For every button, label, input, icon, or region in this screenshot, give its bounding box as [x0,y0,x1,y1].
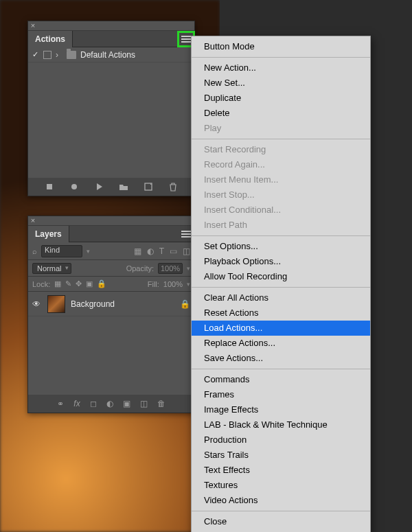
lock-all-icon[interactable]: 🔒 [97,279,106,288]
trash-icon[interactable] [168,182,178,192]
menu-item[interactable]: Video Actions [192,493,370,508]
dialog-toggle-icon[interactable] [43,51,52,59]
action-set-label: Default Actions [80,50,192,60]
menu-item[interactable]: Playback Options... [192,254,370,269]
svg-rect-0 [47,184,52,189]
menu-separator [192,235,370,236]
stop-icon[interactable] [45,182,54,192]
chevron-down-icon: ▾ [87,248,90,255]
fill-input[interactable]: 100% [163,280,183,288]
adjustment-icon[interactable]: ◐ [106,399,113,408]
filter-shape-icon[interactable]: ▭ [170,246,177,256]
menu-item[interactable]: Stars Trails [192,448,370,463]
action-set-row[interactable]: ✓ › Default Actions [28,47,194,62]
menu-separator [192,139,370,139]
record-icon[interactable] [69,182,79,192]
menu-item[interactable]: Reset Actions [192,305,370,321]
lock-paint-icon[interactable]: ✎ [65,279,71,288]
fill-label: Fill: [148,280,159,288]
filter-kind-select[interactable]: Kind [41,245,82,257]
lock-position-icon[interactable]: ✥ [76,279,82,288]
menu-separator [192,287,370,288]
new-set-icon[interactable] [119,182,128,192]
menu-item: Insert Conditional... [192,203,370,218]
menu-item[interactable]: Delete [192,106,370,121]
menu-item[interactable]: Load Actions... [192,321,370,336]
play-icon[interactable] [94,182,104,192]
menu-item[interactable]: New Set... [192,76,370,91]
visibility-icon[interactable]: 👁 [32,299,42,309]
menu-item[interactable]: LAB - Black & White Technique [192,417,370,432]
opacity-label: Opacity: [126,264,154,273]
filter-type-icon[interactable]: T [159,246,164,256]
actions-body [28,62,194,178]
panel-titlebar[interactable]: × [28,216,194,226]
menu-item[interactable]: Close [192,514,370,529]
menu-item[interactable]: Frames [192,387,370,402]
blend-mode-select[interactable]: Normal [32,263,71,274]
chevron-right-icon[interactable]: › [56,50,62,60]
layer-row[interactable]: 👁 Background 🔒 [28,292,194,316]
new-layer-icon[interactable]: ◫ [140,399,148,408]
search-icon: ⌕ [32,247,37,255]
fx-icon[interactable]: fx [73,399,80,408]
layer-thumbnail[interactable] [47,295,65,313]
filter-adjust-icon[interactable]: ◐ [147,246,154,256]
group-icon[interactable]: ▣ [123,399,130,408]
menu-item[interactable]: Production [192,432,370,448]
opacity-input[interactable]: 100% [158,263,183,274]
layers-footer: ⚭ fx ◻ ◐ ▣ ◫ 🗑 [28,395,194,413]
filter-smart-icon[interactable]: ◫ [183,246,190,256]
link-layers-icon[interactable]: ⚭ [57,399,64,408]
menu-item[interactable]: Replace Actions... [192,336,370,351]
menu-item[interactable]: Save Actions... [192,351,370,366]
actions-panel: × Actions ✓ › Default Actions [27,21,195,196]
lock-icon: 🔒 [180,299,190,309]
hamburger-icon [181,36,191,43]
tab-layers[interactable]: Layers [28,226,69,242]
close-icon[interactable]: × [28,21,38,31]
lock-row: Lock: ▦ ✎ ✥ ▣ 🔒 Fill: 100% ▾ [28,277,194,292]
layer-name[interactable]: Background [71,299,174,309]
actions-context-menu[interactable]: Button ModeNew Action...New Set...Duplic… [191,36,371,532]
menu-item: Insert Stop... [192,187,370,203]
menu-item: Insert Path [192,218,370,233]
panel-tabrow: Layers [28,226,194,242]
new-action-icon[interactable] [144,182,153,192]
svg-point-1 [71,184,77,189]
actions-footer [28,178,194,196]
menu-item[interactable]: Duplicate [192,91,370,106]
panel-titlebar[interactable]: × [28,21,194,31]
toggle-check-icon[interactable]: ✓ [31,50,39,59]
trash-icon[interactable]: 🗑 [157,399,165,408]
menu-separator [192,57,370,58]
menu-item[interactable]: New Action... [192,60,370,76]
menu-item[interactable]: Close Tab Group [192,529,370,532]
lock-transparent-icon[interactable]: ▦ [54,279,61,288]
menu-item[interactable]: Image Effects [192,402,370,417]
panel-tabrow: Actions [28,31,194,47]
menu-separator [192,369,370,369]
menu-item: Record Again... [192,157,370,172]
menu-item[interactable]: Allow Tool Recording [192,269,370,284]
mask-icon[interactable]: ◻ [90,399,97,408]
layers-body [28,316,194,395]
chevron-down-icon: ▾ [187,265,190,272]
tab-actions[interactable]: Actions [28,31,73,47]
menu-item[interactable]: Set Options... [192,239,370,254]
menu-separator [192,511,370,511]
layers-panel: × Layers ⌕ Kind ▾ ▦ ◐ T ▭ ◫ Normal Opaci… [27,216,195,413]
close-icon[interactable]: × [28,216,38,226]
hamburger-icon [181,231,191,238]
menu-item[interactable]: Button Mode [192,39,370,54]
blend-row: Normal Opacity: 100% ▾ [28,260,194,277]
menu-item[interactable]: Commands [192,372,370,387]
layer-filter-row: ⌕ Kind ▾ ▦ ◐ T ▭ ◫ [28,242,194,260]
menu-item[interactable]: Textures [192,478,370,493]
svg-marker-2 [97,183,102,190]
lock-artboard-icon[interactable]: ▣ [86,279,93,288]
menu-item[interactable]: Text Effects [192,463,370,478]
menu-item[interactable]: Clear All Actions [192,290,370,305]
filter-pixel-icon[interactable]: ▦ [134,246,141,256]
menu-item: Insert Menu Item... [192,172,370,187]
